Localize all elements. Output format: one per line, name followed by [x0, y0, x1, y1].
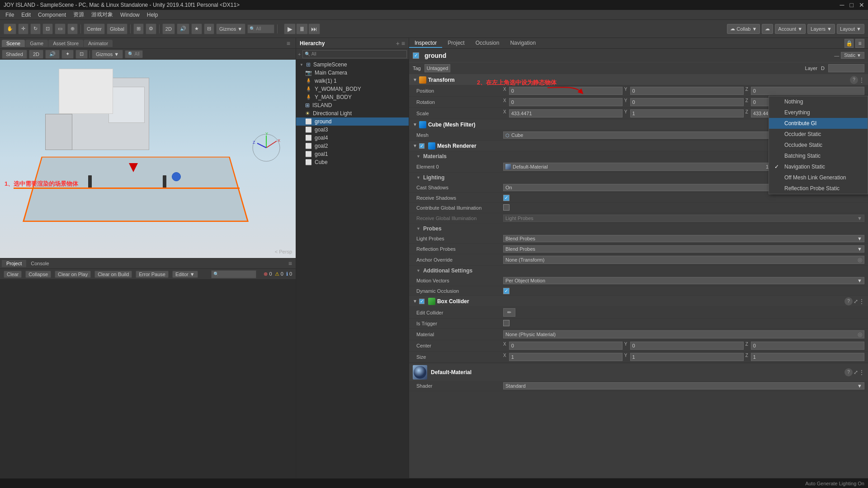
h-item-main-camera[interactable]: 📷 Main Camera	[296, 69, 409, 77]
box-collider-help-btn[interactable]: ?	[844, 297, 853, 305]
collider-material-field[interactable]: None (Physic Material) ◎	[503, 330, 864, 338]
audio-btn[interactable]: 🔊	[177, 23, 189, 34]
h-item-goal3[interactable]: ⬜ goal3	[296, 126, 409, 134]
transform-settings-btn[interactable]: ⋮	[859, 77, 864, 83]
size-y[interactable]	[630, 353, 744, 361]
static-dropdown-btn[interactable]: Static ▼	[841, 52, 864, 59]
search-scene-input[interactable]: 🔍 All	[247, 24, 274, 33]
menu-help[interactable]: Help	[143, 11, 162, 19]
size-z[interactable]	[751, 353, 864, 361]
tab-project[interactable]: Project	[442, 39, 470, 48]
anchor-override-field[interactable]: None (Transform) ◎	[503, 256, 864, 264]
hierarchy-search-input[interactable]: 🔍 All	[302, 50, 407, 58]
scale-x[interactable]	[509, 109, 623, 117]
layers-2d-btn[interactable]: 2D	[162, 23, 175, 34]
hierarchy-menu-btn[interactable]: ≡	[401, 40, 405, 47]
pause-btn[interactable]: ⏸	[296, 23, 308, 34]
dd-contribute-gi[interactable]: Contribute GI	[769, 118, 868, 129]
contribute-gi-checkbox[interactable]	[503, 204, 509, 211]
account-btn[interactable]: Account ▼	[775, 24, 806, 34]
position-x[interactable]	[509, 87, 623, 95]
lock-btn[interactable]: 🔒	[844, 39, 854, 48]
transform-help-btn[interactable]: ?	[850, 76, 858, 84]
h-item-scene[interactable]: ▼ ⊞ SampleScene	[296, 61, 409, 69]
dd-occludee-static[interactable]: Occludee Static	[769, 140, 868, 150]
rect-tool-btn[interactable]: ▭	[55, 23, 66, 34]
dd-reflection-probe-static[interactable]: Reflection Probe Static	[769, 183, 868, 194]
reflection-probes-dropdown[interactable]: Blend Probes ▼	[503, 245, 864, 253]
inspector-menu-btn[interactable]: ≡	[855, 39, 864, 48]
hierarchy-add-btn[interactable]: +	[396, 40, 400, 47]
scene-view[interactable]: X Y Z < Persp 1、选中需要渲染的场景物体	[0, 60, 296, 258]
probes-section[interactable]: ▼ Probes	[409, 224, 868, 234]
h-item-cube[interactable]: ⬜ Cube	[296, 158, 409, 166]
scene-search-input[interactable]: 🔍 All	[125, 50, 142, 58]
scale-y[interactable]	[630, 109, 744, 117]
h-item-woman-body[interactable]: 🧍 Y_WOMAN_BODY	[296, 85, 409, 93]
menu-edit[interactable]: Edit	[18, 11, 34, 19]
additional-settings-section[interactable]: ▼ Additional Settings	[409, 266, 868, 276]
position-z[interactable]	[751, 87, 864, 95]
h-item-walk[interactable]: 🧍 walk(1) 1	[296, 77, 409, 85]
tab-animator[interactable]: Animator	[84, 40, 113, 47]
menu-assets[interactable]: 资源	[70, 10, 88, 19]
dd-off-mesh-link[interactable]: Off Mesh Link Generation	[769, 172, 868, 183]
scene-menu-btn[interactable]: ≡	[283, 40, 294, 47]
edit-collider-btn[interactable]: ✏	[503, 308, 515, 317]
h-item-ground[interactable]: ⬜ ground	[296, 117, 409, 126]
material-help-btn[interactable]: ?	[844, 368, 853, 376]
menu-window[interactable]: Window	[117, 11, 143, 19]
scene-2d-btn[interactable]: 2D	[29, 50, 43, 59]
hand-tool-btn[interactable]: ✋	[4, 23, 16, 34]
dd-everything[interactable]: Everything	[769, 107, 868, 118]
maximize-btn[interactable]: □	[850, 1, 854, 9]
clear-on-build-btn[interactable]: Clear on Build	[94, 271, 132, 278]
material-settings-btn[interactable]: ⋮	[859, 369, 864, 375]
close-btn[interactable]: ✕	[859, 1, 864, 9]
step-btn[interactable]: ⏭	[308, 23, 320, 34]
material-expand-btn[interactable]: ⤢	[854, 369, 858, 375]
rotation-y[interactable]	[630, 98, 744, 106]
box-collider-enabled[interactable]	[419, 299, 425, 304]
center-y[interactable]	[630, 342, 744, 350]
menu-gameobject[interactable]: 游戏对象	[88, 10, 117, 19]
hierarchy-create-btn[interactable]: +	[298, 52, 301, 57]
scene-audio-btn[interactable]: 🔊	[45, 50, 60, 59]
rotate-tool-btn[interactable]: ↻	[30, 23, 41, 34]
snap2-btn[interactable]: ⚙	[146, 23, 156, 34]
tab-scene[interactable]: Scene	[2, 40, 25, 47]
h-item-island[interactable]: ⊞ ISLAND	[296, 101, 409, 109]
effects-btn[interactable]: ★	[191, 23, 202, 34]
dd-batching-static[interactable]: Batching Static	[769, 150, 868, 161]
tag-select[interactable]: Untagged	[425, 64, 451, 72]
window-controls[interactable]: ─ □ ✕	[840, 1, 864, 9]
h-item-man-body[interactable]: 🧍 Y_MAN_BODY	[296, 93, 409, 101]
console-search[interactable]: 🔍	[211, 270, 256, 278]
cloud-btn[interactable]: ☁	[762, 24, 773, 34]
bottom-menu-btn[interactable]: ≡	[287, 260, 294, 267]
collab-btn[interactable]: ☁Collab ▼	[727, 24, 760, 34]
tab-asset-store[interactable]: Asset Store	[48, 40, 83, 47]
tab-project[interactable]: Project	[2, 260, 26, 267]
rotation-x[interactable]	[509, 98, 623, 106]
scene-hidden-btn[interactable]: ⊡	[75, 50, 88, 59]
center-z[interactable]	[751, 342, 864, 350]
error-pause-btn[interactable]: Error Pause	[136, 271, 169, 278]
minimize-btn[interactable]: ─	[840, 1, 844, 9]
play-btn[interactable]: ▶	[284, 23, 296, 34]
move-tool-btn[interactable]: ✛	[18, 23, 28, 34]
layer-select[interactable]	[828, 64, 864, 72]
snap-btn[interactable]: ⊞	[133, 23, 144, 34]
tab-game[interactable]: Game	[25, 40, 48, 47]
light-probes-dropdown[interactable]: Blend Probes ▼	[503, 235, 864, 242]
box-collider-header[interactable]: ▼ Box Collider ? ⤢ ⋮	[409, 296, 868, 307]
transform-tool-btn[interactable]: ⊕	[67, 23, 78, 34]
space-toggle-btn[interactable]: Global	[107, 23, 127, 34]
editor-dropdown-btn[interactable]: Editor ▼	[172, 271, 198, 278]
receive-shadows-checkbox[interactable]	[503, 195, 509, 201]
shader-dropdown[interactable]: Standard ▼	[503, 382, 864, 389]
clear-btn[interactable]: Clear	[4, 271, 22, 278]
dd-navigation-static[interactable]: ✓ Navigation Static	[769, 161, 868, 172]
scale-tool-btn[interactable]: ⊡	[42, 23, 53, 34]
collapse-btn[interactable]: Collapse	[25, 271, 51, 278]
